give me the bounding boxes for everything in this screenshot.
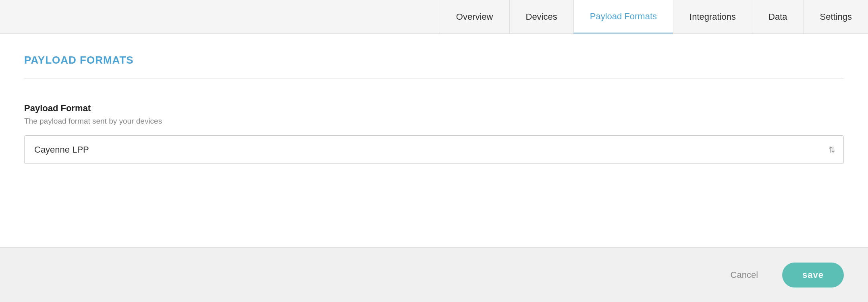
field-label: Payload Format (24, 103, 844, 114)
tab-settings[interactable]: Settings (804, 0, 868, 33)
tab-payload-formats[interactable]: Payload Formats (573, 0, 673, 33)
page-title: PAYLOAD FORMATS (24, 54, 844, 66)
nav-tabs: Overview Devices Payload Formats Integra… (440, 0, 868, 33)
payload-format-select-wrapper: Cayenne LPP Custom None ⇅ (24, 135, 844, 164)
nav-bar: Overview Devices Payload Formats Integra… (0, 0, 868, 34)
save-button[interactable]: save (782, 263, 844, 288)
section-divider (24, 79, 844, 79)
footer-bar: Cancel save (0, 247, 868, 302)
field-description: The payload format sent by your devices (24, 117, 844, 126)
cancel-button[interactable]: Cancel (718, 263, 770, 287)
tab-integrations[interactable]: Integrations (673, 0, 752, 33)
tab-overview[interactable]: Overview (440, 0, 509, 33)
tab-devices[interactable]: Devices (509, 0, 573, 33)
tab-data[interactable]: Data (752, 0, 803, 33)
main-content: PAYLOAD FORMATS Payload Format The paylo… (0, 34, 868, 247)
payload-format-select[interactable]: Cayenne LPP Custom None (25, 136, 843, 163)
payload-format-section: Payload Format The payload format sent b… (24, 95, 844, 172)
